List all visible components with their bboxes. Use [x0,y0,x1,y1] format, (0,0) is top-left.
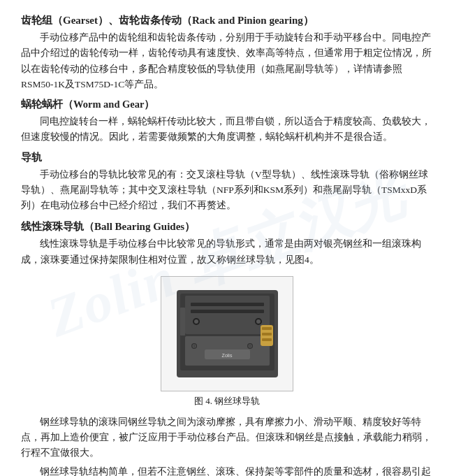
worm-gear-para-1: 同电控旋转台一样，蜗轮蜗杆传动比较大，而且带自锁，所以适合于精度较高、负载较大，… [21,114,433,145]
guide-rail-title: 导轨 [21,151,433,164]
svg-rect-12 [262,333,272,336]
worm-gear-title: 蜗轮蜗杆（Worm and Gear） [21,98,433,111]
guide-rail-para-1: 手动位移台的导轨比较常见的有：交叉滚柱导轨（V型导轨）、线性滚珠导轨（俗称钢丝球… [21,167,433,214]
svg-rect-16 [180,308,185,336]
ball-bearing-title: 线性滚珠导轨（Ball Bearing Guides） [21,220,433,233]
ball-bearing-para-1: 线性滚珠导轨是手动位移台中比较常见的导轨形式，通常是由两对银亮钢丝和一组滚珠构成… [21,236,433,268]
section-gearset: 齿轮组（Gearset）、齿轮齿条传动（Rack and Pinion gear… [21,14,433,92]
figure-container: Zolis 图 4. 钢丝球导轨 [21,276,433,408]
svg-rect-2 [185,296,270,334]
svg-rect-4 [191,310,264,313]
gearset-title: 齿轮组（Gearset）、齿轮齿条传动（Rack and Pinion gear… [21,14,433,27]
svg-rect-13 [262,338,272,341]
svg-point-6 [194,319,198,324]
product-image: Zolis [170,283,285,384]
section-worm-gear: 蜗轮蜗杆（Worm and Gear） 同电控旋转台一样，蜗轮蜗杆传动比较大，而… [21,98,433,145]
page-content: Zolin 卓立汉光 齿轮组（Gearset）、齿轮齿条传动（Rack and … [0,0,454,476]
figure-caption: 图 4. 钢丝球导轨 [194,395,260,408]
section-guide-rail: 导轨 手动位移台的导轨比较常见的有：交叉滚柱导轨（V型导轨）、线性滚珠导轨（俗称… [21,151,433,214]
gearset-para-1: 手动位移产品中的齿轮组和齿轮齿条传动，分别用于手动旋转台和手动平移台中。同电控产… [21,30,433,92]
svg-text:Zolis: Zolis [221,353,232,358]
figure-box: Zolis [161,276,293,391]
svg-rect-3 [191,303,264,306]
svg-point-8 [256,319,261,324]
section-ball-bearing: 线性滚珠导轨（Ball Bearing Guides） 线性滚珠导轨是手动位移台… [21,220,433,268]
after-figure-para-1: 钢丝球导轨的滚珠同钢丝导轨之间为滚动摩擦，具有摩擦力小、滑动平顺、精度较好等特点… [21,414,433,461]
after-figure-para-2: 钢丝球导轨结构简单，但若不注意钢丝、滚珠、保持架等零部件的质量和选材，很容易引起… [21,464,433,476]
section-after-figure: 钢丝球导轨的滚珠同钢丝导轨之间为滚动摩擦，具有摩擦力小、滑动平顺、精度较好等特点… [21,414,433,476]
svg-rect-11 [262,327,272,330]
